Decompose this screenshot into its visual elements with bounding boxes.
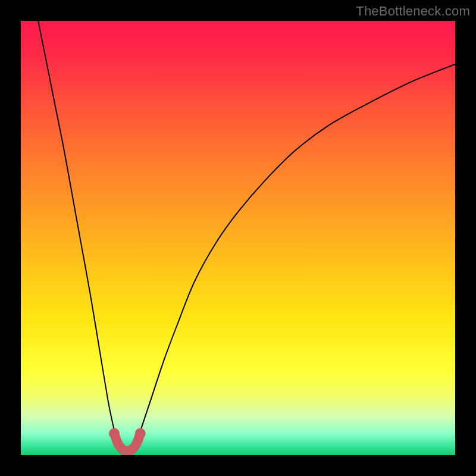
curve-svg <box>21 21 455 455</box>
watermark-text: TheBottleneck.com <box>356 4 470 19</box>
plot-area <box>21 21 455 455</box>
bottom-marker-dot <box>135 428 146 439</box>
curve-right <box>134 64 455 446</box>
chart-frame: TheBottleneck.com <box>0 0 476 476</box>
bottom-marker-dot <box>109 428 120 439</box>
curve-left <box>38 21 121 446</box>
bottom-marker-group <box>109 428 146 451</box>
